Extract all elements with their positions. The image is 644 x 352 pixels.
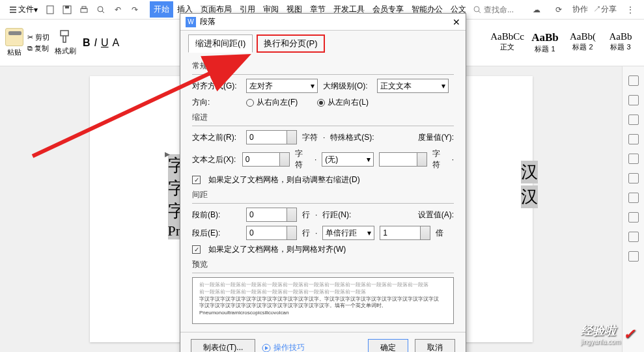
style-normal[interactable]: AaBbCc 正文: [489, 30, 525, 55]
section-general: 常规: [192, 61, 454, 72]
doc-overflow-1: 汉: [521, 161, 538, 183]
svg-rect-3: [81, 8, 87, 12]
ok-button[interactable]: 确定: [368, 339, 408, 352]
copy-icon: ⧉: [27, 44, 33, 53]
bold-button[interactable]: B: [83, 37, 91, 49]
format-label: 格式刷: [55, 46, 76, 56]
tab-indent-spacing[interactable]: 缩进和间距(I): [188, 34, 253, 53]
collab-button[interactable]: 协作: [572, 4, 588, 15]
align-dropdown[interactable]: 左对齐▾: [246, 79, 318, 93]
watermark: 经验啦 jingyanla.com ✓: [581, 323, 635, 345]
svg-rect-2: [65, 6, 69, 8]
paragraph-dialog: W 段落 ✕ 缩进和间距(I) 换行和分页(P) 常规 对齐方式(G): 左对齐…: [180, 13, 466, 352]
tool-icon-6[interactable]: [628, 173, 639, 183]
after-para-spinner[interactable]: 0▲▼: [246, 226, 297, 240]
tabstop-button[interactable]: 制表位(T)...: [191, 339, 255, 352]
dialog-app-icon: W: [186, 17, 196, 27]
unit-char-1: 字符: [302, 132, 318, 143]
clipboard-group: ✂剪切 ⧉复制: [27, 33, 49, 53]
tool-icon-3[interactable]: [628, 115, 639, 125]
redo-icon[interactable]: ↷: [128, 3, 141, 16]
tool-icon-10[interactable]: [628, 251, 639, 262]
font-style-group: B I U A: [83, 37, 119, 49]
chevron-down-icon: ▾: [34, 5, 38, 14]
play-icon: [262, 344, 271, 353]
measure-spinner[interactable]: ▲▼: [379, 152, 427, 167]
style-heading3[interactable]: AaBb 标题 3: [602, 30, 639, 55]
dialog-titlebar[interactable]: W 段落 ✕: [180, 14, 466, 31]
direction-ltr-radio[interactable]: 从左向右(L): [317, 97, 369, 108]
underline-button[interactable]: U: [101, 37, 109, 49]
linespace-label: 行距(N):: [322, 210, 351, 221]
paste-icon: [5, 28, 23, 46]
after-text-spinner[interactable]: 0▲▼: [242, 152, 290, 167]
dialog-title: 段落: [200, 16, 216, 27]
svg-rect-4: [82, 7, 86, 8]
direction-rtl-radio[interactable]: 从右向左(F): [246, 97, 298, 108]
tips-link[interactable]: 操作技巧: [262, 342, 305, 352]
special-format-label: 特殊格式(S):: [330, 132, 374, 143]
section-preview: 预览: [192, 259, 454, 270]
undo-icon[interactable]: ↶: [111, 3, 124, 16]
section-spacing: 间距: [192, 189, 454, 200]
brush-icon: [58, 29, 74, 45]
new-doc-icon[interactable]: [44, 3, 57, 16]
tab-home[interactable]: 开始: [150, 1, 173, 18]
close-button[interactable]: ✕: [453, 17, 460, 27]
cancel-button[interactable]: 取消: [415, 339, 455, 352]
preview-icon[interactable]: [94, 3, 107, 16]
spacing-check-label: 如果定义了文档网格，则与网格对齐(W): [208, 244, 346, 255]
chevron-down-icon: ▾: [367, 228, 371, 237]
save-icon[interactable]: [61, 3, 74, 16]
style-heading1[interactable]: AaBb 标题 1: [527, 30, 563, 55]
file-menu[interactable]: 文件 ▾: [5, 3, 42, 16]
outline-dropdown[interactable]: 正文文本▾: [377, 79, 449, 93]
indent-checkbox[interactable]: ✓: [192, 176, 201, 184]
unit-char-2: 字符: [295, 148, 309, 170]
refresh-icon[interactable]: ⟳: [552, 3, 565, 16]
unit-char-3: 字符: [432, 148, 447, 170]
more-icon[interactable]: ⋮: [624, 3, 637, 16]
search-box[interactable]: [473, 5, 523, 14]
svg-rect-0: [47, 6, 53, 14]
check-icon: ✓: [623, 326, 635, 343]
tool-icon-5[interactable]: [628, 154, 639, 164]
before-para-spinner[interactable]: 0▲▼: [246, 208, 297, 222]
cloud-icon[interactable]: ☁: [530, 3, 543, 16]
share-button[interactable]: ↗分享: [593, 4, 617, 15]
dialog-footer: 制表位(T)... 操作技巧 确定 取消: [180, 332, 466, 352]
unit-line-1: 行: [302, 210, 310, 221]
copy-button[interactable]: ⧉复制: [27, 44, 49, 53]
tool-icon-2[interactable]: [628, 95, 639, 105]
file-menu-label: 文件: [18, 4, 34, 15]
indent-check-label: 如果定义了文档网格，则自动调整右缩进(D): [208, 174, 360, 185]
before-text-spinner[interactable]: 0▲▼: [246, 130, 297, 144]
tool-icon-7[interactable]: [628, 193, 639, 203]
linespace-dropdown[interactable]: 单倍行距▾: [322, 226, 374, 240]
topbar-right: ☁ ⟳ 协作 ↗分享 ⋮: [473, 3, 639, 16]
tool-icon-1[interactable]: [628, 75, 639, 86]
special-format-dropdown[interactable]: (无)▾: [322, 152, 374, 167]
preview-box: 前一段落前一段落前一段落前一段落前一段落前一段落前一段落前一段落前一段落前一段落…: [192, 277, 454, 324]
format-painter[interactable]: 格式刷: [55, 29, 76, 56]
italic-button[interactable]: I: [94, 37, 97, 49]
tool-icon-9[interactable]: [628, 232, 639, 242]
right-toolbar: [622, 66, 644, 352]
divider: [192, 203, 454, 204]
tool-icon-4[interactable]: [628, 134, 639, 144]
spacing-checkbox[interactable]: ✓: [192, 245, 201, 254]
paste-button[interactable]: 粘贴: [5, 28, 23, 57]
search-input[interactable]: [484, 5, 523, 14]
tool-icon-8[interactable]: [628, 212, 639, 223]
search-icon: [473, 6, 481, 14]
unit-bei: 倍: [436, 228, 443, 239]
font-effect-button[interactable]: A: [113, 37, 120, 49]
cut-button[interactable]: ✂剪切: [27, 33, 49, 42]
style-heading2[interactable]: AaBb( 标题 2: [565, 30, 601, 55]
direction-label: 方向:: [192, 97, 241, 108]
scissors-icon: ✂: [27, 33, 33, 42]
align-label: 对齐方式(G):: [192, 81, 241, 92]
setvalue-spinner[interactable]: 1▲▼: [380, 226, 430, 240]
tab-line-page-break[interactable]: 换行和分页(P): [257, 34, 324, 53]
print-icon[interactable]: [77, 3, 91, 16]
